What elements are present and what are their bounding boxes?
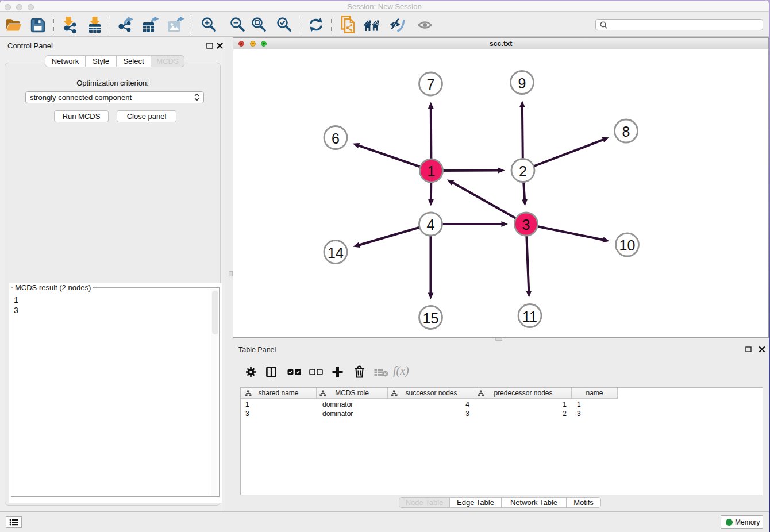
svg-text:11: 11 (522, 309, 537, 325)
svg-text:14: 14 (328, 245, 344, 261)
svg-text:15: 15 (423, 310, 439, 326)
svg-text:2: 2 (519, 163, 527, 179)
svg-text:1: 1 (428, 163, 436, 179)
svg-text:10: 10 (619, 237, 636, 253)
svg-text:3: 3 (522, 217, 530, 233)
svg-text:6: 6 (332, 130, 340, 147)
svg-text:8: 8 (622, 124, 630, 140)
svg-text:7: 7 (427, 76, 435, 92)
svg-text:9: 9 (518, 75, 526, 91)
svg-text:4: 4 (427, 217, 435, 233)
